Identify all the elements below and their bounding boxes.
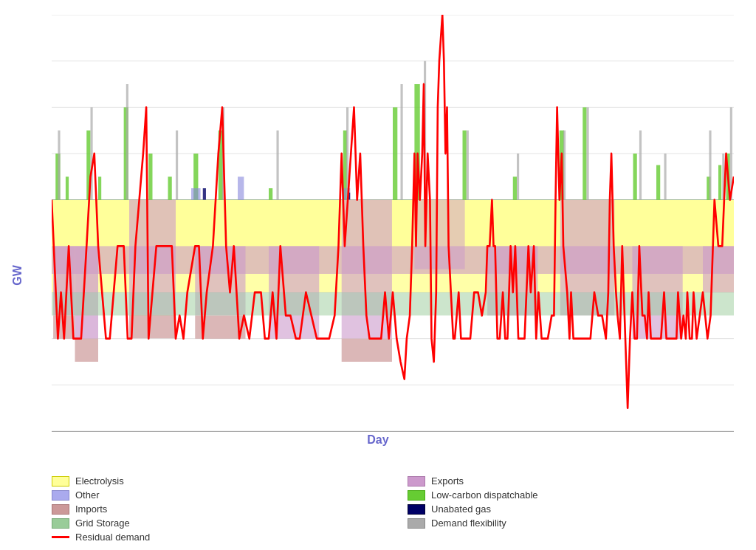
legend-item-grid-storage: Grid Storage bbox=[52, 518, 378, 529]
svg-rect-74 bbox=[238, 176, 244, 199]
residual-demand-swatch bbox=[52, 532, 69, 543]
svg-rect-62 bbox=[393, 107, 397, 199]
unabated-gas-label: Unabated gas bbox=[431, 503, 491, 515]
svg-rect-81 bbox=[176, 131, 178, 200]
svg-rect-83 bbox=[277, 131, 279, 200]
other-swatch bbox=[52, 490, 69, 501]
legend-item-electrolysis: Electrolysis bbox=[52, 475, 378, 487]
chart-area: 40 30 20 10 0 -10 -20 -30 -40 -50 1 4 7 … bbox=[52, 15, 734, 432]
svg-rect-64 bbox=[463, 131, 467, 200]
svg-rect-89 bbox=[563, 131, 566, 200]
legend-item-low-carbon: Low-carbon dispatchable bbox=[408, 489, 734, 501]
demand-flexibility-label: Demand flexibility bbox=[431, 518, 506, 529]
legend-item-demand-flexibility: Demand flexibility bbox=[408, 518, 734, 529]
legend-item-exports: Exports bbox=[408, 475, 734, 487]
electrolysis-label: Electrolysis bbox=[75, 475, 124, 487]
residual-demand-label: Residual demand bbox=[75, 532, 150, 543]
svg-rect-65 bbox=[513, 176, 517, 199]
svg-rect-91 bbox=[639, 131, 642, 200]
svg-rect-78 bbox=[58, 131, 60, 200]
svg-rect-60 bbox=[269, 188, 272, 200]
svg-rect-52 bbox=[66, 176, 69, 199]
electrolysis-swatch bbox=[52, 476, 69, 487]
legend-item-residual-demand: Residual demand bbox=[52, 532, 378, 543]
svg-rect-54 bbox=[98, 176, 101, 199]
svg-rect-80 bbox=[126, 84, 128, 200]
svg-rect-57 bbox=[168, 176, 172, 199]
svg-rect-56 bbox=[148, 154, 152, 200]
low-carbon-label: Low-carbon dispatchable bbox=[431, 489, 538, 501]
svg-rect-46 bbox=[414, 200, 464, 269]
svg-rect-90 bbox=[587, 107, 589, 199]
svg-rect-40 bbox=[129, 315, 176, 338]
imports-swatch bbox=[52, 504, 69, 515]
grid-storage-swatch bbox=[52, 518, 69, 529]
svg-rect-85 bbox=[401, 84, 403, 200]
legend-item-imports: Imports bbox=[52, 503, 378, 515]
y-axis-label: GW bbox=[11, 265, 24, 286]
svg-rect-50 bbox=[703, 246, 734, 292]
imports-label: Imports bbox=[75, 503, 107, 515]
svg-rect-71 bbox=[718, 165, 721, 200]
svg-rect-76 bbox=[203, 188, 206, 200]
grid-storage-label: Grid Storage bbox=[75, 518, 130, 529]
chart-container: GW 40 bbox=[0, 0, 756, 550]
unabated-gas-swatch bbox=[408, 504, 425, 515]
svg-rect-69 bbox=[656, 165, 660, 200]
low-carbon-swatch bbox=[408, 490, 425, 501]
exports-swatch bbox=[408, 476, 425, 487]
other-label: Other bbox=[75, 489, 100, 501]
svg-rect-92 bbox=[664, 154, 667, 200]
legend-item-unabated-gas: Unabated gas bbox=[408, 503, 734, 515]
svg-rect-73 bbox=[191, 188, 201, 200]
demand-flexibility-swatch bbox=[408, 518, 425, 529]
chart-svg: 40 30 20 10 0 -10 -20 -30 -40 -50 1 4 7 … bbox=[52, 15, 734, 431]
svg-rect-88 bbox=[517, 154, 519, 200]
exports-label: Exports bbox=[431, 475, 464, 487]
svg-rect-93 bbox=[709, 131, 711, 200]
svg-rect-68 bbox=[633, 154, 637, 200]
svg-rect-67 bbox=[583, 107, 586, 199]
svg-rect-45 bbox=[342, 339, 392, 362]
legend-item-other: Other bbox=[52, 489, 378, 501]
svg-rect-38 bbox=[75, 339, 99, 362]
x-axis-title: Day bbox=[0, 433, 756, 447]
svg-rect-87 bbox=[467, 131, 469, 200]
chart-legend: Electrolysis Exports Other Low-carbon di… bbox=[52, 475, 734, 543]
